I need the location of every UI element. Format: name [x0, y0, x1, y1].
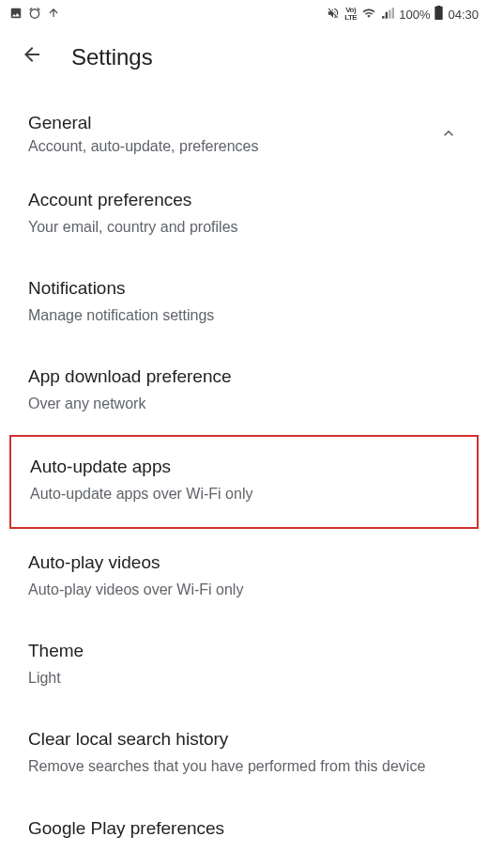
battery-percent: 100%: [399, 8, 430, 22]
item-clear-local-search-history[interactable]: Clear local search history Remove search…: [0, 707, 488, 796]
item-auto-play-videos[interactable]: Auto-play videos Auto-play videos over W…: [0, 531, 488, 619]
item-subtitle: Your email, country and profiles: [28, 217, 460, 238]
item-title: Auto-update apps: [30, 456, 458, 479]
app-header: Settings: [0, 26, 488, 81]
section-general[interactable]: General Account, auto-update, preference…: [0, 90, 488, 168]
item-subtitle: Manage notification settings: [28, 305, 460, 326]
item-title: Notifications: [28, 277, 460, 301]
item-subtitle: Remove searches that you have performed …: [28, 756, 460, 777]
item-subtitle: Auto-update apps over Wi-Fi only: [30, 484, 458, 504]
section-title: General: [28, 113, 259, 133]
picture-icon: [9, 7, 23, 23]
vibrate-mute-icon: [327, 7, 340, 23]
item-title: Google Play preferences: [28, 817, 460, 841]
alarm-icon: [28, 7, 41, 23]
item-account-preferences[interactable]: Account preferences Your email, country …: [0, 168, 488, 256]
item-subtitle: Light: [28, 668, 460, 689]
item-title: Theme: [28, 640, 460, 663]
wifi-icon: [361, 7, 376, 23]
settings-content: General Account, auto-update, preference…: [0, 81, 488, 863]
item-title: Auto-play videos: [28, 551, 460, 575]
item-theme[interactable]: Theme Light: [0, 619, 488, 707]
item-title: Clear local search history: [28, 728, 460, 752]
item-auto-update-apps[interactable]: Auto-update apps Auto-update apps over W…: [9, 435, 479, 529]
item-notifications[interactable]: Notifications Manage notification settin…: [0, 256, 488, 345]
back-arrow-icon[interactable]: [21, 43, 43, 71]
page-title: Settings: [71, 44, 153, 70]
status-right-icons: Vo) LTE 100% 04:30: [327, 6, 479, 23]
signal-icon: [381, 7, 394, 23]
status-bar: Vo) LTE 100% 04:30: [0, 0, 488, 26]
battery-icon: [435, 6, 443, 23]
volte-label: Vo) LTE: [344, 7, 357, 22]
item-subtitle: Auto-play videos over Wi-Fi only: [28, 580, 460, 600]
chevron-up-icon: [439, 124, 458, 147]
item-title: App download preference: [28, 365, 460, 389]
upload-icon: [47, 7, 60, 23]
clock-time: 04:30: [448, 8, 479, 22]
section-subtitle: Account, auto-update, preferences: [28, 138, 259, 155]
item-title: Account preferences: [28, 189, 460, 212]
item-subtitle: Over any network: [28, 394, 460, 414]
item-app-download-preference[interactable]: App download preference Over any network: [0, 345, 488, 433]
status-left-icons: [9, 7, 60, 23]
item-google-play-preferences[interactable]: Google Play preferences: [0, 797, 488, 864]
